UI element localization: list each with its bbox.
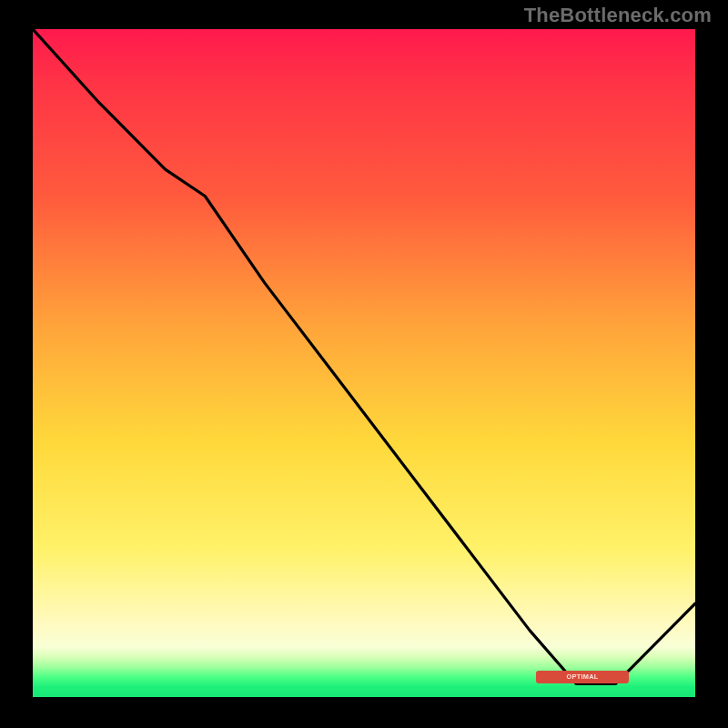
optimal-marker-label: OPTIMAL [567,672,599,681]
optimal-marker: OPTIMAL [536,671,629,683]
line-series [33,29,695,697]
chart-frame: TheBottleneck.com OPTIMAL [0,0,728,728]
watermark-text: TheBottleneck.com [524,4,712,27]
plot-area: OPTIMAL [33,29,695,697]
